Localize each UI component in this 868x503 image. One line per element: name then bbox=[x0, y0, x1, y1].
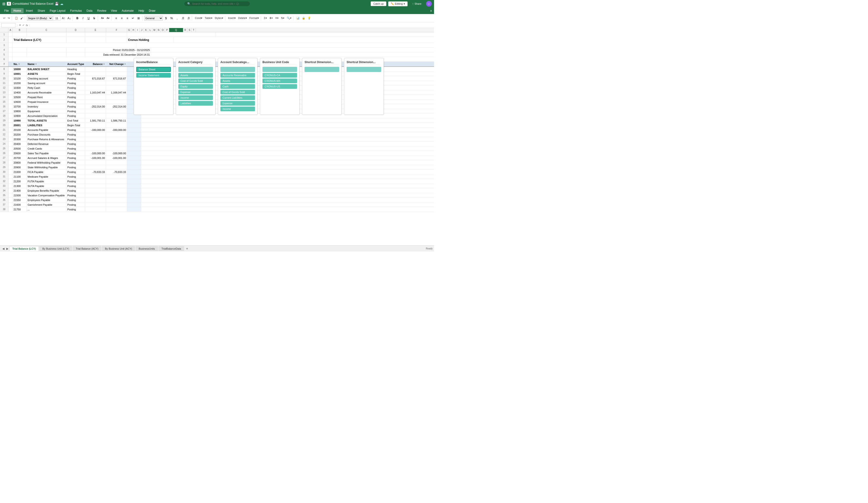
cell-b2-title[interactable]: Trial Balance (LCY) bbox=[13, 37, 66, 43]
cell-name-34[interactable]: Employee Benefits Payable bbox=[27, 188, 66, 193]
cell-no-31[interactable]: 21100 bbox=[13, 174, 27, 179]
cell-a31[interactable] bbox=[8, 174, 13, 179]
cell-a9[interactable] bbox=[8, 72, 13, 76]
col-header-t[interactable]: T bbox=[192, 28, 196, 32]
cell-type-27[interactable]: Posting bbox=[66, 156, 85, 160]
font-size-input[interactable] bbox=[53, 16, 61, 21]
col-header-s[interactable]: S bbox=[187, 28, 192, 32]
format-painter-icon[interactable]: 🖌 bbox=[19, 16, 24, 20]
cell-no-26[interactable]: 20600 bbox=[13, 151, 27, 155]
col-type-header[interactable]: Account Type ▼ bbox=[66, 62, 85, 66]
fill-button[interactable]: ⬇▾ bbox=[268, 16, 274, 20]
menu-data[interactable]: Data bbox=[84, 8, 95, 13]
cell-q-19[interactable] bbox=[127, 118, 141, 123]
cell-no-12[interactable]: 10300 bbox=[13, 85, 27, 90]
cell-no-17[interactable]: 10800 bbox=[13, 109, 27, 113]
menu-view[interactable]: View bbox=[109, 8, 120, 13]
filter-tag-empty-3-0[interactable] bbox=[262, 67, 297, 72]
filter-arrow-name[interactable]: ▼ bbox=[35, 63, 37, 65]
col-header-q[interactable]: Q bbox=[169, 28, 183, 32]
cell-name-16[interactable]: Inventory bbox=[27, 104, 66, 109]
merge-button[interactable]: ⊞ bbox=[136, 16, 141, 21]
cell-name-23[interactable]: Purchase Returns & Allowances bbox=[27, 137, 66, 141]
cell-type-30[interactable]: Posting bbox=[66, 170, 85, 174]
filter-tag-0-1[interactable]: Income Statement bbox=[136, 73, 171, 78]
cell-type-38[interactable]: Posting bbox=[66, 207, 85, 212]
cell-balance-21[interactable]: -330,000.00 bbox=[85, 127, 106, 132]
cell-a21[interactable] bbox=[8, 127, 13, 132]
cell-balance-19[interactable]: 1,581,750.11 bbox=[85, 118, 106, 123]
sheet-tab-0[interactable]: Trial Balance (LCY) bbox=[9, 246, 39, 251]
cell-f1[interactable] bbox=[106, 32, 127, 37]
cell-type-31[interactable]: Posting bbox=[66, 174, 85, 179]
increase-decimal-button[interactable]: .0 bbox=[180, 16, 185, 21]
cell-name-17[interactable]: Equipment bbox=[27, 109, 66, 113]
cell-name-36[interactable]: Employees Payable bbox=[27, 198, 66, 202]
find-select-button[interactable]: 🔍▾ bbox=[286, 16, 292, 20]
cell-type-12[interactable]: Posting bbox=[66, 85, 85, 90]
cell-netchange-27[interactable]: -100,001.00 bbox=[106, 156, 127, 160]
search-input[interactable] bbox=[192, 2, 244, 5]
currency-button[interactable]: $ bbox=[163, 16, 168, 21]
cell-type-22[interactable]: Posting bbox=[66, 132, 85, 137]
col-header-e[interactable]: E bbox=[85, 28, 106, 32]
filter-tag-3-1[interactable]: CRONUS-CA bbox=[262, 73, 297, 78]
sheet-tab-2[interactable]: Trial Balance (ACY) bbox=[73, 246, 101, 251]
menu-formulas[interactable]: Formulas bbox=[68, 8, 84, 13]
col-header-l[interactable]: L bbox=[148, 28, 152, 32]
cell-a29[interactable] bbox=[8, 165, 13, 170]
cell-balance-13[interactable]: 1,163,047.44 bbox=[85, 90, 106, 95]
col-header-p[interactable]: P bbox=[165, 28, 169, 32]
cell-d1[interactable] bbox=[66, 32, 85, 37]
cell-type-29[interactable]: Posting bbox=[66, 165, 85, 170]
decrease-decimal-button[interactable]: .0 bbox=[186, 16, 191, 21]
cell-balance-33[interactable] bbox=[85, 184, 106, 188]
percent-button[interactable]: % bbox=[169, 16, 174, 21]
cell-a24[interactable] bbox=[8, 142, 13, 146]
cell-balance-31[interactable] bbox=[85, 174, 106, 179]
cell-no-10[interactable]: 10100 bbox=[13, 76, 27, 81]
menu-review[interactable]: Review bbox=[95, 8, 109, 13]
cell-q-25[interactable] bbox=[127, 146, 141, 151]
sensitivity-button[interactable]: 🔒 bbox=[301, 16, 306, 20]
sheet-tab-5[interactable]: TrialBalanceData bbox=[158, 246, 184, 251]
format-as-table-button[interactable]: Table▾ bbox=[204, 16, 213, 20]
cell-name-33[interactable]: SUTA Payable bbox=[27, 184, 66, 188]
cell-q-36[interactable] bbox=[127, 198, 141, 202]
cell-q-26[interactable] bbox=[127, 151, 141, 155]
cell-q-38[interactable] bbox=[127, 207, 141, 212]
cell-netchange-31[interactable] bbox=[106, 174, 127, 179]
col-header-a[interactable]: A bbox=[8, 28, 13, 32]
col-header-o[interactable]: O bbox=[161, 28, 165, 32]
cell-a28[interactable] bbox=[8, 160, 13, 165]
cell-q-37[interactable] bbox=[127, 203, 141, 207]
sheet-tab-4[interactable]: BusinessUnits bbox=[136, 246, 158, 251]
filter-tag-2-6[interactable]: Expense bbox=[220, 101, 255, 106]
filter-arrow-no[interactable]: ▼ bbox=[18, 63, 20, 65]
cell-a27[interactable] bbox=[8, 156, 13, 160]
cell-netchange-20[interactable] bbox=[106, 123, 127, 127]
cell-type-9[interactable]: Begin-Total bbox=[66, 72, 85, 76]
cell-no-35[interactable]: 21500 bbox=[13, 193, 27, 197]
function-icon[interactable]: fx bbox=[26, 24, 28, 27]
cell-netchange-22[interactable] bbox=[106, 132, 127, 137]
cell-reference-input[interactable]: Q7 bbox=[1, 23, 16, 27]
cell-balance-29[interactable] bbox=[85, 165, 106, 170]
ribbon-collapse-icon[interactable]: ∧ bbox=[430, 9, 432, 12]
filter-tag-1-6[interactable]: Liabilities bbox=[178, 101, 213, 106]
filter-arrow-netchange[interactable]: ▼ bbox=[124, 63, 126, 65]
cell-name-38[interactable]: ... bbox=[27, 207, 66, 212]
cell-no-27[interactable]: 20700 bbox=[13, 156, 27, 160]
cell-type-8[interactable]: Heading bbox=[66, 67, 85, 71]
cell-no-13[interactable]: 10400 bbox=[13, 90, 27, 95]
cell-a36[interactable] bbox=[8, 198, 13, 202]
cell-a10[interactable] bbox=[8, 76, 13, 81]
cell-type-17[interactable]: Posting bbox=[66, 109, 85, 113]
cell-netchange-23[interactable] bbox=[106, 137, 127, 141]
cell-name-19[interactable]: TOTAL ASSETS bbox=[27, 118, 66, 123]
cell-balance-37[interactable] bbox=[85, 203, 106, 207]
cell-a30[interactable] bbox=[8, 170, 13, 174]
cell-type-18[interactable]: Posting bbox=[66, 114, 85, 118]
cell-q-22[interactable] bbox=[127, 132, 141, 137]
confirm-icon[interactable]: ✓ bbox=[22, 24, 24, 27]
